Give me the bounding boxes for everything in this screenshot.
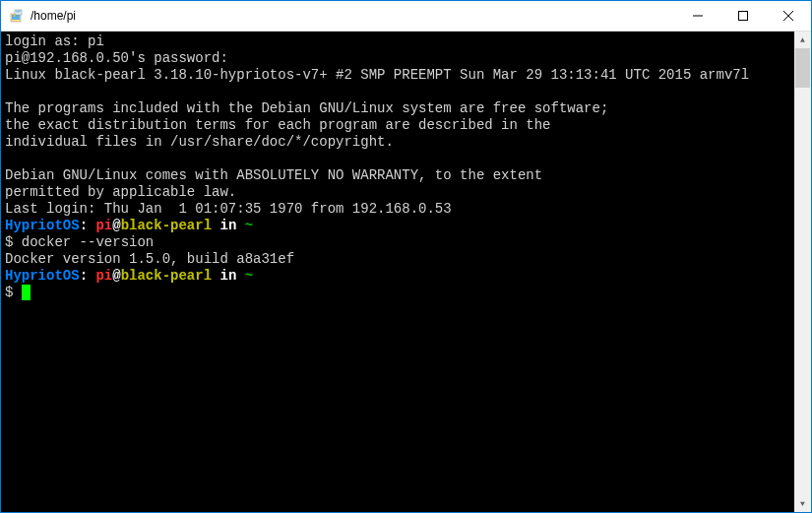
ps1-sep: : bbox=[80, 268, 96, 284]
ps1-in: in bbox=[212, 218, 245, 233]
close-button[interactable] bbox=[766, 1, 811, 31]
last-login: Last login: Thu Jan 1 01:07:35 1970 from… bbox=[5, 201, 452, 217]
scrollbar[interactable]: ▲ ▼ bbox=[794, 32, 811, 512]
prompt-symbol: $ bbox=[5, 234, 22, 250]
motd-line: Debian GNU/Linux comes with ABSOLUTELY N… bbox=[5, 167, 542, 183]
terminal[interactable]: login as: pi pi@192.168.0.50's password:… bbox=[1, 32, 794, 512]
window-controls bbox=[675, 1, 811, 31]
ps1-os: HypriotOS bbox=[5, 218, 80, 233]
putty-window: /home/pi login as: pi pi@192.168.0.50's … bbox=[0, 0, 812, 513]
ps1-user: pi bbox=[95, 268, 112, 284]
svg-rect-1 bbox=[12, 15, 20, 20]
scrollbar-thumb[interactable] bbox=[795, 48, 810, 88]
command-output: Docker version 1.5.0, build a8a31ef bbox=[5, 251, 294, 267]
motd-line: the exact distribution terms for each pr… bbox=[5, 117, 551, 133]
kernel-line: Linux black-pearl 3.18.10-hypriotos-v7+ … bbox=[5, 67, 749, 83]
minimize-button[interactable] bbox=[675, 1, 720, 31]
password-prompt: pi@192.168.0.50's password: bbox=[5, 50, 228, 66]
scroll-up-arrow[interactable]: ▲ bbox=[794, 32, 811, 48]
ps1-user: pi bbox=[95, 218, 112, 233]
titlebar[interactable]: /home/pi bbox=[1, 1, 811, 32]
motd-line: individual files in /usr/share/doc/*/cop… bbox=[5, 134, 394, 150]
login-prompt: login as: pi bbox=[5, 33, 104, 49]
ps1-sep: : bbox=[80, 218, 96, 233]
window-title: /home/pi bbox=[31, 9, 675, 23]
ps1-at: @ bbox=[112, 218, 120, 233]
motd-line: permitted by applicable law. bbox=[5, 184, 236, 200]
ps1-host: black-pearl bbox=[121, 218, 212, 233]
scroll-down-arrow[interactable]: ▼ bbox=[794, 495, 811, 512]
cursor bbox=[22, 285, 31, 300]
ps1-path: ~ bbox=[245, 268, 253, 284]
terminal-area: login as: pi pi@192.168.0.50's password:… bbox=[1, 32, 811, 512]
command-input: docker --version bbox=[22, 234, 154, 250]
svg-rect-6 bbox=[739, 12, 748, 21]
prompt-symbol: $ bbox=[5, 285, 22, 300]
ps1-in: in bbox=[212, 268, 245, 284]
ps1-path: ~ bbox=[245, 218, 253, 233]
maximize-button[interactable] bbox=[720, 1, 766, 31]
ps1-host: black-pearl bbox=[121, 268, 212, 284]
ps1-os: HypriotOS bbox=[5, 268, 80, 284]
motd-line: The programs included with the Debian GN… bbox=[5, 100, 608, 116]
ps1-at: @ bbox=[112, 268, 120, 284]
putty-icon bbox=[9, 8, 25, 24]
